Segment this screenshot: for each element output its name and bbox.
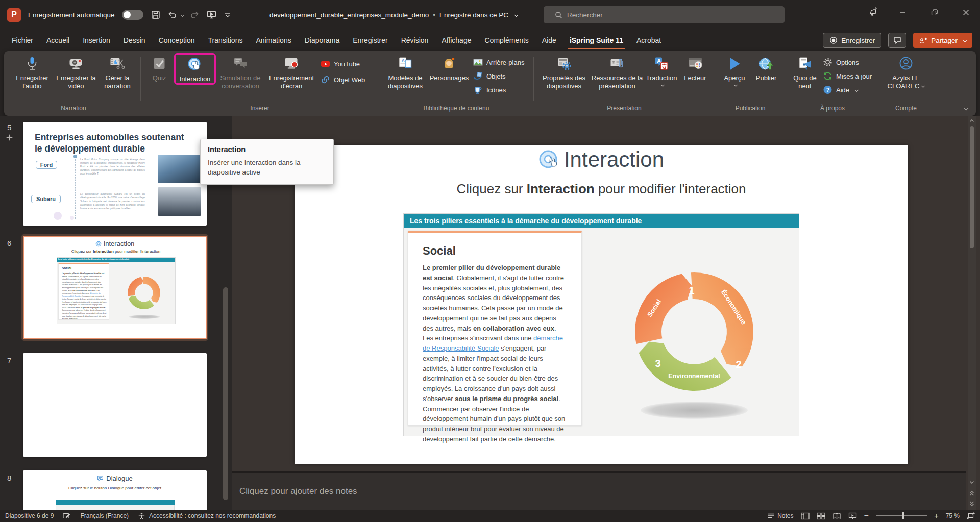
account-button[interactable]: Azylis LE CLOAREC — [883, 54, 929, 90]
slide-8-thumbnail[interactable]: Dialogue Cliquez sur le bouton Dialogue … — [23, 470, 207, 510]
current-slide[interactable]: Interaction Cliquez sur Interaction pour… — [295, 145, 908, 464]
zoom-out-button[interactable]: − — [864, 513, 869, 518]
tab-complements[interactable]: Compléments — [478, 30, 535, 51]
title-dropdown-icon[interactable] — [514, 13, 518, 16]
vertical-scrollbar-thumb[interactable] — [970, 126, 974, 248]
updates-button[interactable]: Mises à jour — [820, 70, 875, 82]
characters-button[interactable]: Personnages — [428, 54, 471, 82]
icons-cup-icon — [473, 85, 483, 94]
notes-pane[interactable]: Cliquez pour ajouter des notes — [232, 473, 966, 510]
undo-icon[interactable] — [167, 10, 177, 20]
reading-view-icon[interactable] — [832, 512, 841, 520]
vertical-scrollbar[interactable] — [968, 116, 976, 510]
record-button[interactable]: Enregistrer — [823, 33, 881, 48]
player-button[interactable]: Lecteur — [679, 54, 711, 82]
customize-toolbar-icon[interactable] — [223, 10, 232, 19]
next-slide-icon[interactable] — [969, 501, 975, 507]
tab-revision[interactable]: Révision — [395, 30, 435, 51]
normal-view-icon[interactable] — [801, 512, 810, 520]
tab-transitions[interactable]: Transitions — [201, 30, 249, 51]
translation-dropdown-icon[interactable] — [661, 83, 665, 87]
help-dropdown-icon[interactable] — [855, 88, 859, 91]
autosave-toggle[interactable] — [122, 10, 143, 20]
publish-button[interactable]: Publier — [750, 54, 782, 82]
coming-soon-megaphone-icon[interactable] — [862, 0, 885, 24]
slide-6-thumbnail-selected[interactable]: Interaction Cliquez sur Interaction pour… — [23, 236, 207, 339]
objects-button[interactable]: Objets — [471, 70, 530, 82]
notes-toggle[interactable]: Notes — [768, 512, 793, 519]
preview-button[interactable]: Aperçu — [719, 54, 750, 86]
whats-new-icon — [796, 56, 814, 71]
share-button[interactable]: Partager — [913, 33, 972, 48]
scroll-down-icon[interactable] — [969, 479, 975, 485]
backgrounds-button[interactable]: Arrière-plans — [471, 57, 530, 68]
icons-button[interactable]: Icônes — [471, 84, 530, 95]
search-input[interactable]: Rechercher — [544, 6, 785, 23]
thumbnail-panel-scrollbar[interactable] — [223, 287, 228, 500]
scroll-up-icon[interactable] — [969, 118, 975, 124]
zoom-level[interactable]: 75 % — [946, 512, 960, 519]
spell-check-icon[interactable] — [63, 512, 71, 520]
minimize-button[interactable] — [891, 0, 914, 24]
preview-play-icon — [726, 56, 743, 71]
undo-dropdown-icon[interactable] — [181, 13, 184, 16]
tab-accueil[interactable]: Accueil — [40, 30, 76, 51]
thumb6-content-box: Les trois piliers essentiels à la démarc… — [57, 257, 176, 324]
presentation-resources-button[interactable]: Ressources de la présentation — [591, 54, 644, 90]
restore-button[interactable] — [922, 0, 946, 24]
slide-sorter-icon[interactable] — [817, 512, 825, 520]
youtube-button[interactable]: YouTube — [318, 58, 375, 69]
document-save-location[interactable]: Enregistré dans ce PC — [439, 11, 508, 19]
tab-conception[interactable]: Conception — [152, 30, 202, 51]
options-button[interactable]: Options — [820, 57, 875, 68]
comments-button[interactable] — [888, 33, 906, 48]
tab-animations[interactable]: Animations — [249, 30, 298, 51]
interaction-button[interactable]: Interaction — [176, 55, 214, 83]
translation-button[interactable]: A Traduction — [644, 54, 679, 86]
previous-slide-icon[interactable] — [969, 490, 975, 496]
interaction-button-highlight: Interaction — [174, 53, 216, 85]
language-indicator[interactable]: Français (France) — [80, 512, 129, 519]
tab-acrobat[interactable]: Acrobat — [630, 30, 668, 51]
record-video-button[interactable]: Enregistrer la vidéo — [54, 54, 98, 90]
tab-aide[interactable]: Aide — [535, 30, 563, 51]
save-icon[interactable] — [151, 10, 161, 20]
powerpoint-app-icon[interactable]: P — [7, 8, 21, 22]
tab-ispring-suite-11[interactable]: iSpring Suite 11 — [563, 30, 630, 51]
document-title[interactable]: developpement_durable_entreprises_module… — [270, 11, 429, 19]
powerpoint-window: P Enregistrement automatique developpeme… — [0, 0, 980, 522]
close-button[interactable] — [954, 0, 977, 24]
manage-narration-button[interactable]: Gérer la narration — [98, 54, 137, 90]
slide-5-thumbnail[interactable]: Entreprises automobiles soutenant le dév… — [23, 122, 207, 226]
web-object-button[interactable]: Objet Web — [318, 74, 375, 85]
notes-placeholder: Cliquez pour ajouter des notes — [239, 486, 357, 496]
zoom-slider[interactable] — [876, 515, 927, 516]
record-audio-button[interactable]: Enregistrer l'audio — [10, 54, 54, 90]
preview-dropdown-icon[interactable] — [734, 83, 738, 87]
slideshow-view-icon[interactable] — [848, 512, 857, 520]
group-label-compte: Compte — [883, 104, 929, 115]
tab-dessin[interactable]: Dessin — [117, 30, 152, 51]
slide-title-box[interactable]: Interaction — [295, 147, 908, 172]
slide-templates-button[interactable]: A Modèles de diapositives — [383, 54, 428, 90]
collapse-ribbon-icon[interactable] — [962, 104, 968, 113]
slide-subtitle-box[interactable]: Cliquez sur Interaction pour modifier l'… — [295, 181, 908, 197]
accessibility-status[interactable]: Accessibilité : consultez nos recommanda… — [149, 512, 276, 519]
fit-slide-to-window-icon[interactable] — [967, 512, 975, 519]
slide-properties-button[interactable]: Propriétés des diapositives — [537, 54, 591, 90]
start-slideshow-icon[interactable] — [206, 10, 217, 20]
tab-diaporama[interactable]: Diaporama — [298, 30, 346, 51]
tab-affichage[interactable]: Affichage — [435, 30, 478, 51]
slide-counter[interactable]: Diapositive 6 de 9 — [5, 512, 54, 519]
tab-insertion[interactable]: Insertion — [76, 30, 117, 51]
tab-fichier[interactable]: Fichier — [5, 30, 40, 51]
whats-new-button[interactable]: Quoi de neuf — [790, 54, 820, 90]
account-dropdown-icon[interactable] — [921, 84, 925, 88]
slide-7-thumbnail[interactable] — [23, 353, 207, 457]
zoom-in-button[interactable]: + — [934, 513, 939, 518]
screen-recording-button[interactable]: Enregistrement d'écran — [265, 54, 318, 90]
help-button[interactable]: ? Aide — [820, 84, 875, 95]
tab-enregistrer[interactable]: Enregistrer — [346, 30, 394, 51]
interaction-content-box[interactable]: Les trois piliers essentiels à la démarc… — [403, 213, 799, 436]
zoom-slider-thumb[interactable] — [902, 512, 904, 519]
